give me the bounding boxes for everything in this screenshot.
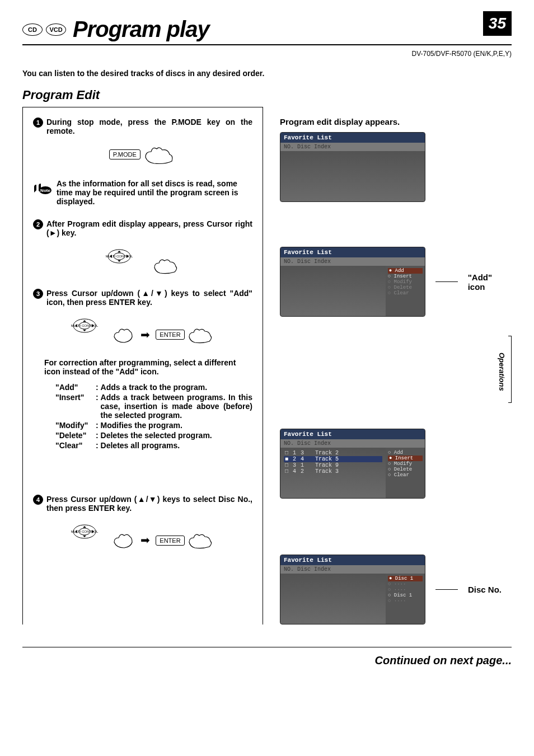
osd-title: Favorite List bbox=[280, 133, 425, 143]
step-4: 4 Press Cursor up/down (▲/▼) keys to sel… bbox=[33, 495, 252, 513]
hand-icon bbox=[152, 255, 180, 275]
definition-desc: Modifies the program. bbox=[101, 421, 252, 430]
step-number-icon: 3 bbox=[33, 289, 43, 299]
osd-columns: NO. Disc Index bbox=[280, 439, 425, 448]
osd-menu: ● Add ○ Insert ○ Modify ○ Delete ○ Clear bbox=[386, 266, 425, 316]
osd-menu-delete: ○ Delete bbox=[388, 285, 423, 290]
step-1-text: During stop mode, press the P.MODE key o… bbox=[46, 118, 252, 135]
note-text: As the information for all set discs is … bbox=[57, 179, 252, 206]
osd-disc-menu: ● Disc 1 ○ ···· ○ ···· ○ Disc 1 ○ ···· bbox=[386, 574, 425, 624]
enter-button-graphic: ENTER bbox=[156, 330, 184, 340]
osd-menu-delete: ○ Delete bbox=[388, 467, 423, 472]
definition-colon: : bbox=[96, 421, 101, 430]
definition-row: "Modify" : Modifies the program. bbox=[55, 421, 252, 430]
note-row: Note As the information for all set disc… bbox=[33, 179, 252, 206]
definition-colon: : bbox=[96, 431, 101, 440]
side-tab-border bbox=[508, 336, 512, 403]
left-column: 1 During stop mode, press the P.MODE key… bbox=[22, 107, 263, 624]
correction-text: For correction after programming, select… bbox=[44, 358, 252, 376]
definition-row: "Delete" : Deletes the selected program. bbox=[55, 431, 252, 440]
callout-add: "Add" icon bbox=[468, 273, 512, 292]
definition-list: "Add" : Adds a track to the program. "In… bbox=[55, 383, 252, 450]
osd-screenshot-1: Favorite List NO. Disc Index bbox=[280, 132, 425, 202]
right-heading-1: Program edit display appears. bbox=[280, 117, 512, 126]
page-number: 35 bbox=[483, 11, 512, 36]
vcd-badge: VCD bbox=[46, 24, 66, 36]
osd-columns: NO. Disc Index bbox=[280, 143, 425, 151]
definition-term: "Insert" bbox=[55, 393, 96, 420]
osd-menu-clear: ○ Clear bbox=[388, 290, 423, 296]
pmode-button-graphic: P.MODE bbox=[109, 149, 140, 159]
enter-button-graphic: ENTER bbox=[156, 536, 184, 546]
callout-line bbox=[435, 281, 458, 282]
side-tab: Operations bbox=[495, 347, 508, 397]
pmode-diagram: P.MODE bbox=[33, 143, 252, 166]
hand-icon bbox=[143, 143, 176, 166]
definition-colon: : bbox=[96, 441, 101, 450]
step-3-text: Press Cursor up/down (▲/▼) keys to selec… bbox=[46, 289, 252, 307]
hand-icon bbox=[187, 530, 215, 550]
page-title: Program play bbox=[73, 17, 209, 42]
definition-term: "Delete" bbox=[55, 431, 96, 440]
osd-title: Favorite List bbox=[280, 429, 425, 439]
hand-icon bbox=[112, 325, 134, 345]
definition-term: "Add" bbox=[55, 383, 96, 392]
step-4-text: Press Cursor up/down (▲/▼) keys to selec… bbox=[46, 495, 252, 513]
definition-row: "Clear" : Deletes all programs. bbox=[55, 441, 252, 450]
step-3: 3 Press Cursor up/down (▲/▼) keys to sel… bbox=[33, 289, 252, 307]
osd-screenshot-3: Favorite List NO. Disc Index □13Track 2 … bbox=[280, 429, 425, 499]
title-row: CD VCD Program play bbox=[22, 17, 512, 45]
definition-term: "Modify" bbox=[55, 421, 96, 430]
definition-colon: : bbox=[96, 383, 101, 392]
definition-desc: Adds a track to the program. bbox=[101, 383, 252, 392]
osd-menu-add: ● Add bbox=[388, 268, 423, 274]
cursor-enter-diagram-1: MULTI CONTROL ➡ ENTER bbox=[33, 314, 252, 345]
cursor-enter-diagram-2: MULTI CONTROL ➡ ENTER bbox=[33, 520, 252, 551]
callout-line bbox=[435, 589, 458, 590]
cursor-right-diagram: MULTI CONTROL bbox=[33, 245, 252, 275]
osd-menu-add: ○ Add bbox=[388, 450, 423, 456]
definition-row: "Insert" : Adds a track between programs… bbox=[55, 393, 252, 420]
table-row: □13Track 2 bbox=[284, 450, 382, 456]
definition-desc: Adds a track between programs. In this c… bbox=[101, 393, 252, 420]
definition-desc: Deletes all programs. bbox=[101, 441, 252, 450]
right-column: Program edit display appears. Favorite L… bbox=[280, 107, 512, 624]
multi-control-icon: MULTI CONTROL bbox=[105, 245, 150, 267]
step-1: 1 During stop mode, press the P.MODE key… bbox=[33, 118, 252, 135]
step-number-icon: 4 bbox=[33, 495, 43, 505]
svg-text:Note: Note bbox=[40, 188, 50, 193]
arrow-right-icon: ➡ bbox=[140, 328, 150, 341]
note-icon: Note bbox=[33, 179, 52, 195]
continued-text: Continued on next page... bbox=[22, 647, 512, 667]
model-line: DV-705/DVF-R5070 (EN/K,P,E,Y) bbox=[22, 50, 512, 58]
definition-desc: Deletes the selected program. bbox=[101, 431, 252, 440]
osd-menu-modify: ○ Modify bbox=[388, 461, 423, 467]
hand-icon bbox=[112, 530, 134, 550]
step-2: 2 After Program edit display appears, pr… bbox=[33, 219, 252, 237]
osd-disc-selected: ● Disc 1 bbox=[388, 576, 423, 581]
osd-title: Favorite List bbox=[280, 247, 425, 257]
callout-disc-no: Disc No. bbox=[468, 585, 502, 594]
section-heading: Program Edit bbox=[22, 88, 512, 102]
osd-columns: NO. Disc Index bbox=[280, 257, 425, 266]
multi-control-icon: MULTI CONTROL bbox=[71, 314, 110, 337]
osd-program-list: □13Track 2 ■24Track 5 □31Track 9 □42Trac… bbox=[280, 448, 386, 498]
multi-control-icon: MULTI CONTROL bbox=[71, 520, 110, 543]
osd-columns: NO. Disc Index bbox=[280, 565, 425, 574]
arrow-right-icon: ➡ bbox=[140, 534, 150, 546]
table-row: □42Track 3 bbox=[284, 468, 382, 475]
step-number-icon: 2 bbox=[33, 219, 43, 229]
hand-icon bbox=[187, 325, 215, 345]
osd-screenshot-2: Favorite List NO. Disc Index ● Add ○ Ins… bbox=[280, 247, 425, 317]
table-row: □31Track 9 bbox=[284, 462, 382, 468]
step-number-icon: 1 bbox=[33, 118, 43, 128]
definition-colon: : bbox=[96, 393, 101, 420]
osd-menu-clear: ○ Clear bbox=[388, 472, 423, 478]
osd-menu-modify: ○ Modify bbox=[388, 279, 423, 285]
osd-title: Favorite List bbox=[280, 555, 425, 565]
intro-text: You can listen to the desired tracks of … bbox=[22, 69, 512, 78]
definition-term: "Clear" bbox=[55, 441, 96, 450]
table-row: ■24Track 5 bbox=[284, 456, 382, 462]
osd-screenshot-4: Favorite List NO. Disc Index ● Disc 1 ○ … bbox=[280, 555, 425, 624]
osd-menu: ○ Add ● Insert ○ Modify ○ Delete ○ Clear bbox=[386, 448, 425, 498]
